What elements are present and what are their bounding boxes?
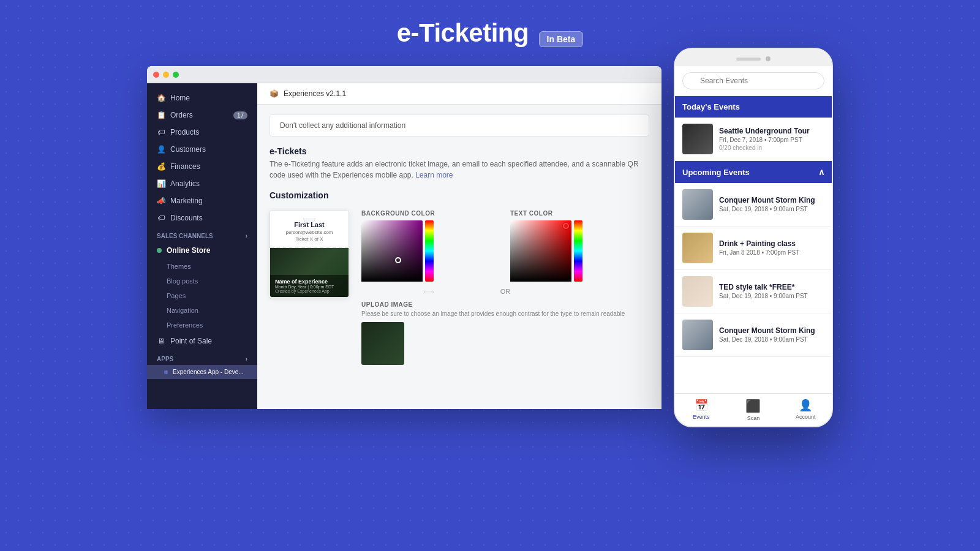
phone-content: 🔍 Today's Events Seattle Underground Tou…	[675, 66, 832, 426]
event-card-seattle[interactable]: Seattle Underground Tour Fri, Dec 7, 201…	[675, 118, 832, 161]
account-nav-label: Account	[796, 414, 816, 420]
sidebar-sub-themes[interactable]: Themes	[147, 259, 257, 274]
sidebar-item-finances[interactable]: 💰 Finances	[147, 158, 257, 175]
customization-title: Customization	[270, 190, 649, 200]
products-icon: 🏷	[157, 128, 165, 137]
event-info-mount-storm: Conquer Mount Storm King Sat, Dec 19, 20…	[719, 196, 824, 214]
sidebar-products-label: Products	[170, 128, 199, 137]
scan-nav-label: Scan	[747, 415, 760, 421]
search-input[interactable]	[682, 72, 824, 89]
event-card-ted[interactable]: TED style talk *FREE* Sat, Dec 19, 2018 …	[675, 270, 832, 313]
event-info-seattle: Seattle Underground Tour Fri, Dec 7, 201…	[719, 127, 824, 151]
ticket-preview: First Last person@website.com Ticket X o…	[270, 210, 349, 298]
orders-badge: 17	[233, 111, 247, 119]
event-thumb-painting	[682, 233, 713, 263]
search-wrap: 🔍	[682, 72, 824, 89]
text-color-gradient[interactable]	[510, 220, 571, 282]
sidebar-item-point-of-sale[interactable]: 🖥 Point of Sale	[147, 332, 257, 350]
sidebar-item-marketing[interactable]: 📣 Marketing	[147, 192, 257, 209]
marketing-icon: 📣	[157, 197, 165, 205]
phone-nav-events[interactable]: 📅 Events	[675, 394, 727, 426]
sidebar-sub-preferences[interactable]: Preferences	[147, 318, 257, 332]
phone-search-bar: 🔍	[675, 66, 832, 96]
sidebar-item-customers[interactable]: 👤 Customers	[147, 141, 257, 158]
sidebar-sub-navigation[interactable]: Navigation	[147, 303, 257, 318]
customization-grid: First Last person@website.com Ticket X o…	[270, 210, 649, 365]
event-title-seattle: Seattle Underground Tour	[719, 127, 824, 135]
phone-nav-scan[interactable]: ⬛ Scan	[727, 394, 779, 426]
beta-badge: In Beta	[539, 31, 584, 47]
text-color-widget[interactable]	[510, 220, 649, 282]
sidebar-item-experiences-app[interactable]: Experiences App - Deve...	[147, 365, 257, 379]
events-nav-icon: 📅	[695, 399, 708, 412]
sidebar-finances-label: Finances	[170, 162, 200, 171]
color-upload-section: BACKGROUND COLOR	[361, 210, 649, 365]
upload-label: UPLOAD IMAGE	[361, 301, 649, 308]
etickets-desc-text: The e-Ticketing feature adds an electron…	[270, 160, 639, 179]
event-thumb-seattle	[682, 124, 713, 154]
bg-color-gradient[interactable]	[361, 220, 423, 282]
upcoming-events-header: Upcoming Events ∧	[675, 161, 832, 183]
info-bar: Don't collect any additional information	[270, 114, 649, 137]
online-store-dot	[157, 248, 162, 253]
experiences-app-label: Experiences App - Deve...	[173, 369, 244, 375]
browser-close-dot	[153, 72, 159, 78]
text-color-spectrum[interactable]	[574, 220, 582, 282]
color-pickers: BACKGROUND COLOR	[361, 210, 649, 282]
event-info-ted: TED style talk *FREE* Sat, Dec 19, 2018 …	[719, 283, 824, 301]
sidebar-item-online-store[interactable]: Online Store	[147, 242, 257, 259]
upload-thumbnail[interactable]	[361, 322, 404, 365]
ticket-exp-name: Name of Experience	[275, 279, 344, 285]
bg-color-label: BACKGROUND COLOR	[361, 210, 500, 217]
sidebar-item-products[interactable]: 🏷 Products	[147, 124, 257, 141]
phone-mockup: 🔍 Today's Events Seattle Underground Tou…	[674, 48, 833, 427]
phone-nav-account[interactable]: 👤 Account	[780, 394, 832, 426]
event-date-mount-storm: Sat, Dec 19, 2018 • 9:00am PST	[719, 206, 824, 212]
sidebar-sub-blog[interactable]: Blog posts	[147, 274, 257, 288]
text-color-section: TEXT COLOR	[510, 210, 649, 282]
event-info-painting: Drink + Painting class Fri, Jan 8 2018 •…	[719, 239, 824, 257]
phone-camera	[766, 56, 771, 61]
bg-color-widget[interactable]	[361, 220, 500, 282]
sidebar-item-analytics[interactable]: 📊 Analytics	[147, 175, 257, 192]
main-container: 🏠 Home 📋 Orders 17 🏷 Products 👤 Customer…	[0, 60, 980, 427]
ticket-card: First Last person@website.com Ticket X o…	[270, 210, 349, 298]
home-icon: 🏠	[157, 94, 165, 102]
event-card-mount-storm2[interactable]: Conquer Mount Storm King Sat, Dec 19, 20…	[675, 313, 832, 357]
learn-more-link[interactable]: Learn more	[415, 171, 453, 179]
today-label: Today's Events	[682, 102, 740, 111]
sidebar-sub-pages[interactable]: Pages	[147, 288, 257, 303]
bg-color-spectrum[interactable]	[425, 220, 434, 282]
bg-spectrum-wrap	[425, 220, 434, 282]
experiences-dot	[164, 370, 168, 374]
upcoming-chevron-icon: ∧	[818, 167, 824, 177]
account-nav-icon: 👤	[799, 399, 812, 412]
event-title-mount-storm2: Conquer Mount Storm King	[719, 326, 824, 335]
sidebar-item-home[interactable]: 🏠 Home	[147, 89, 257, 107]
apps-section: Apps ›	[147, 350, 257, 365]
event-card-painting[interactable]: Drink + Painting class Fri, Jan 8 2018 •…	[675, 227, 832, 270]
sidebar-item-orders[interactable]: 📋 Orders 17	[147, 107, 257, 124]
browser-maximize-dot	[173, 72, 179, 78]
ticket-bottom: Name of Experience Month Day, Year | 0:0…	[270, 248, 349, 297]
event-title-painting: Drink + Painting class	[719, 239, 824, 248]
sidebar-discounts-label: Discounts	[170, 214, 203, 222]
ticket-number: Ticket X of X	[276, 236, 342, 242]
phone-bottom-nav: 📅 Events ⬛ Scan 👤 Account	[675, 393, 832, 426]
text-color-label: TEXT COLOR	[510, 210, 649, 217]
event-date-painting: Fri, Jan 8 2018 • 7:00pm PST	[719, 249, 824, 256]
upcoming-label: Upcoming Events	[682, 168, 750, 177]
text-color-dot	[563, 223, 569, 229]
browser-minimize-dot	[163, 72, 169, 78]
event-date-ted: Sat, Dec 19, 2018 • 9:00am PST	[719, 293, 824, 299]
ticket-name: First Last	[276, 221, 342, 228]
sidebar-item-discounts[interactable]: 🏷 Discounts	[147, 209, 257, 227]
scan-nav-icon: ⬛	[745, 399, 761, 413]
page-header: e-Ticketing In Beta	[0, 0, 980, 60]
bg-color-dot	[395, 257, 401, 263]
event-checkin-seattle: 0/20 checked in	[719, 144, 824, 151]
orders-icon: 📋	[157, 111, 165, 119]
sidebar-home-label: Home	[170, 94, 190, 102]
event-card-mount-storm[interactable]: Conquer Mount Storm King Sat, Dec 19, 20…	[675, 183, 832, 227]
content-body: Don't collect any additional information…	[257, 105, 662, 409]
